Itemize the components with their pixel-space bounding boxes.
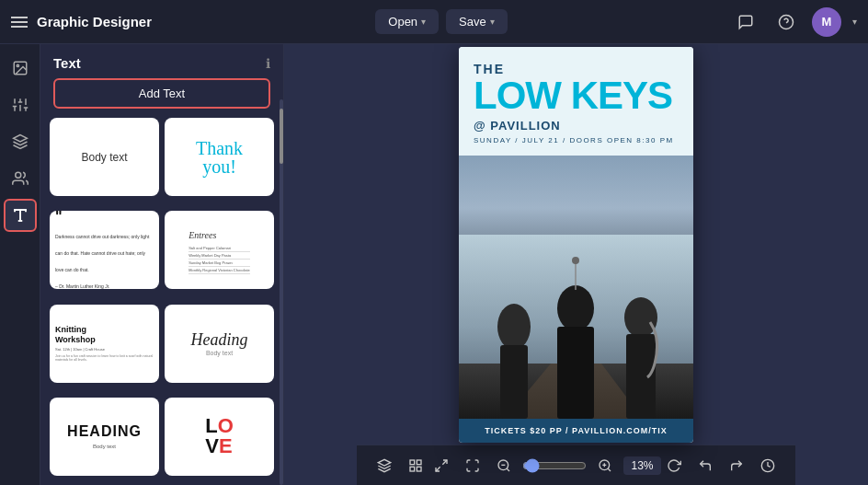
bottom-toolbar-left [371,455,428,477]
poster-footer: TICKETS $20 PP / PAVILLION.COM/TIX [459,419,693,443]
poster-venue: @ PAVILLION [474,119,679,133]
svg-point-20 [497,304,531,350]
svg-rect-21 [500,345,528,419]
card-love-letters: L O V E [205,416,234,456]
canvas-content: THE LOW KEYS @ PAVILLION SUNDAY / JULY 2… [284,44,868,445]
svg-point-27 [572,257,579,264]
main-area: Text ℹ Add Text Body text Thankyou! " Da… [0,44,868,485]
save-chevron-icon: ▾ [490,17,495,27]
topbar-right: M ▾ [731,7,857,37]
grid-toggle-button[interactable] [403,455,428,477]
zoom-in-button[interactable] [592,455,618,477]
card-quote-content: " Darkness cannot drive out darkness; on… [50,211,159,289]
poster-date: SUNDAY / JULY 21 / DOORS OPEN 8:30 PM [474,136,679,144]
info-icon[interactable]: ℹ [266,56,270,71]
svg-line-34 [436,467,440,471]
sidebar-item-people[interactable] [4,162,37,195]
fit-page-button[interactable] [428,455,454,477]
text-card-thankyou[interactable]: Thankyou! [165,118,274,196]
svg-line-33 [443,460,448,465]
panel-scrollbar[interactable] [280,99,283,485]
zoom-out-button[interactable] [491,455,517,477]
zoom-slider[interactable] [522,458,587,473]
layers-toggle-button[interactable] [371,455,397,477]
svg-line-39 [609,468,611,471]
text-cards-grid: Body text Thankyou! " Darkness cannot dr… [40,118,283,485]
svg-rect-31 [417,467,422,471]
help-button[interactable] [771,7,801,37]
hamburger-menu-button[interactable] [11,17,28,28]
refresh-button[interactable] [661,455,687,477]
topbar-center: Open ▾ Save ▾ [375,9,507,34]
sidebar-item-adjust[interactable] [4,88,37,121]
redo-button[interactable] [724,455,749,477]
bottom-toolbar-center: 13% [428,455,660,477]
card-heading-bold-body: Body text [93,444,116,449]
undo-button[interactable] [692,455,718,477]
poster-header: THE LOW KEYS @ PAVILLION SUNDAY / JULY 2… [459,47,693,156]
card-entrees-content: Entrees Salt and Pepper Calamari Weekly … [183,220,256,280]
fullscreen-button[interactable] [460,455,485,477]
svg-point-3 [17,64,18,66]
poster-tickets: TICKETS $20 PP / PAVILLION.COM/TIX [468,426,684,435]
text-card-quote[interactable]: " Darkness cannot drive out darkness; on… [50,211,159,289]
text-panel-header: Text ℹ [40,44,283,78]
sidebar-item-image[interactable] [4,52,37,85]
card-body-label: Body text [81,151,127,164]
zoom-value: 13% [623,456,660,475]
svg-marker-28 [379,459,391,466]
svg-point-22 [557,285,594,331]
text-card-body[interactable]: Body text [50,118,159,196]
sidebar-item-text[interactable] [4,199,37,232]
card-thankyou-label: Thankyou! [196,139,243,176]
topbar-left: Graphic Designer [11,14,152,29]
open-label: Open [388,15,417,29]
svg-rect-32 [410,467,415,471]
app-title: Graphic Designer [37,14,152,29]
svg-line-36 [508,468,510,471]
canvas-area: THE LOW KEYS @ PAVILLION SUNDAY / JULY 2… [284,44,868,485]
text-card-heading-italic[interactable]: Heading Body text [165,305,274,383]
bottom-toolbar-right [661,455,781,477]
text-card-entrees[interactable]: Entrees Salt and Pepper Calamari Weekly … [165,211,274,289]
save-label: Save [459,15,486,29]
panel-scrollbar-thumb [280,109,283,164]
chat-button[interactable] [731,7,760,37]
text-card-love[interactable]: L O V E [165,398,274,476]
avatar-chevron-icon[interactable]: ▾ [852,17,857,27]
add-text-button[interactable]: Add Text [53,78,270,109]
svg-rect-23 [557,327,594,419]
poster-photo-bg [459,156,693,419]
open-chevron-icon: ▾ [421,17,426,27]
card-knitting-content: KnittingWorkshop Sat. 12th | 10am | Craf… [50,319,159,367]
save-button[interactable]: Save ▾ [446,9,508,34]
bottom-toolbar: 13% [357,445,794,485]
open-button[interactable]: Open ▾ [375,9,439,34]
icon-sidebar [0,44,40,485]
text-card-knitting[interactable]: KnittingWorkshop Sat. 12th | 10am | Craf… [50,305,159,383]
svg-marker-13 [13,135,27,143]
avatar[interactable]: M [812,7,841,37]
card-heading-bold-label: HEADING [67,423,142,440]
svg-point-14 [15,172,20,178]
svg-rect-29 [410,460,415,465]
text-panel-title: Text [53,55,81,71]
sidebar-item-layers[interactable] [4,125,37,158]
poster-bandname: LOW KEYS [474,76,679,115]
poster-photo [459,156,693,419]
card-heading-italic-body: Body text [206,350,233,356]
text-panel: Text ℹ Add Text Body text Thankyou! " Da… [40,44,284,485]
svg-rect-30 [417,460,422,465]
svg-point-24 [624,297,657,338]
text-card-heading-bold[interactable]: HEADING Body text [50,398,159,476]
card-heading-italic-label: Heading [191,330,248,350]
poster[interactable]: THE LOW KEYS @ PAVILLION SUNDAY / JULY 2… [459,47,693,443]
svg-rect-25 [626,334,656,419]
history-button[interactable] [755,455,781,477]
topbar: Graphic Designer Open ▾ Save ▾ M ▾ [0,0,868,44]
